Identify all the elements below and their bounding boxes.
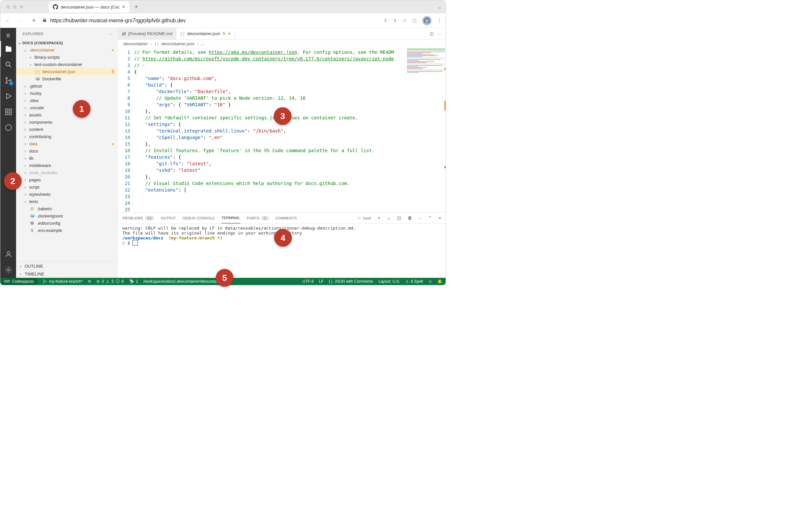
menu-icon[interactable]: ☰: [0, 30, 16, 41]
tree-item-stylesheets[interactable]: ›stylesheets: [16, 191, 117, 198]
split-terminal-icon[interactable]: ◫: [397, 215, 401, 221]
stop-reload-button[interactable]: ✕: [31, 18, 37, 23]
close-tab-icon[interactable]: ×: [122, 4, 125, 10]
minimap[interactable]: [406, 48, 446, 212]
timeline-section[interactable]: ›TIMELINE: [16, 270, 117, 278]
more-icon[interactable]: ···: [110, 32, 113, 36]
tree-item-components[interactable]: ›components: [16, 118, 117, 126]
back-button[interactable]: ←: [4, 18, 11, 23]
browser-tab[interactable]: devcontainer.json — docs [Coc ×: [49, 1, 129, 13]
tab-readme[interactable]: ▤ [Preview] README.md: [118, 28, 176, 39]
ports-indicator[interactable]: 📡 1: [129, 279, 138, 284]
github-icon[interactable]: [0, 120, 16, 135]
more-icon[interactable]: ⋮: [437, 18, 442, 23]
tree-item--babelrc[interactable]: B.babelrc: [16, 205, 117, 212]
problems-tab[interactable]: PROBLEMS 11: [122, 216, 154, 220]
notifications-icon[interactable]: 🔔: [437, 279, 442, 284]
codespaces-button[interactable]: ⟲⟳ Codespaces: [0, 278, 37, 285]
tree-item-contributing[interactable]: ›contributing: [16, 133, 117, 140]
maximize-panel-icon[interactable]: ⌃: [428, 215, 432, 221]
output-tab[interactable]: OUTPUT: [161, 216, 176, 220]
extensions-icon[interactable]: [0, 104, 16, 120]
tree-item--idea[interactable]: ›.idea: [16, 97, 117, 104]
chevron-icon: ›: [23, 127, 27, 132]
split-editor-icon[interactable]: ◫: [429, 31, 434, 36]
branch-indicator[interactable]: my-feature-branch*: [43, 279, 83, 284]
more-icon[interactable]: ···: [438, 31, 442, 36]
tree-item-assets[interactable]: ›assets: [16, 111, 117, 118]
tree-item--husky[interactable]: ›.husky: [16, 90, 117, 97]
tree-item-script[interactable]: ›script: [16, 183, 117, 191]
eol[interactable]: LF: [319, 279, 324, 284]
debug-console-tab[interactable]: DEBUG CONSOLE: [183, 216, 215, 220]
new-terminal-icon[interactable]: +: [378, 215, 380, 221]
tree-item-middleware[interactable]: ›middleware: [16, 162, 117, 169]
tree-item--github[interactable]: ›.github: [16, 82, 117, 90]
share-icon[interactable]: ⇧: [393, 18, 397, 23]
tree-item-lib[interactable]: ›lib: [16, 154, 117, 162]
close-panel-icon[interactable]: ×: [438, 215, 441, 221]
settings-gear-icon[interactable]: [0, 262, 16, 278]
chevron-icon: ›: [28, 62, 33, 67]
breadcrumb-file[interactable]: devcontainer.json: [161, 41, 194, 46]
bookmark-icon[interactable]: ☆: [403, 18, 407, 23]
search-icon[interactable]: [0, 57, 16, 73]
feedback-icon[interactable]: ☺: [428, 279, 432, 284]
chevron-down-icon[interactable]: ⌄: [387, 215, 390, 221]
chevron-down-icon[interactable]: ⌄: [438, 5, 442, 10]
tree-item-docs[interactable]: ›docs: [16, 147, 117, 154]
tree-item-node-modules[interactable]: ›node_modules: [16, 169, 117, 176]
tree-item--editorconfig[interactable]: ⚙.editorconfig: [16, 220, 117, 227]
accounts-icon[interactable]: [0, 246, 16, 262]
code-editor[interactable]: // For format details, see https://aka.m…: [134, 48, 406, 212]
close-icon[interactable]: ×: [228, 31, 231, 36]
tree-item-dockerfile[interactable]: 🐳Dockerfile: [16, 75, 117, 82]
trash-icon[interactable]: 🗑: [408, 215, 412, 221]
source-control-icon[interactable]: 1: [0, 73, 16, 88]
explorer-icon[interactable]: [0, 41, 16, 57]
chevron-icon: ›: [23, 134, 27, 139]
profile-avatar[interactable]: [422, 16, 431, 25]
spell-check[interactable]: ⚠ 6 Spell: [405, 279, 423, 284]
panel-icon[interactable]: ▢: [412, 18, 417, 23]
workspace-header[interactable]: ⌄ DOCS [CODESPACES]: [16, 39, 117, 46]
outline-section[interactable]: ›OUTLINE: [16, 262, 117, 270]
tree-item-pages[interactable]: ›pages: [16, 176, 117, 183]
tree-item-label: .editorconfig: [37, 221, 60, 226]
tree-item-label: Dockerfile: [42, 76, 61, 81]
tree-item--env-example[interactable]: $.env.example: [16, 227, 117, 234]
run-debug-icon[interactable]: [0, 88, 16, 104]
forward-button[interactable]: →: [17, 18, 24, 23]
download-icon[interactable]: ⇩: [384, 18, 387, 23]
terminal-tab[interactable]: TERMINAL: [221, 212, 240, 223]
svg-point-12: [43, 280, 44, 281]
ports-tab[interactable]: PORTS 1: [247, 216, 269, 220]
tree-item-tests[interactable]: ›tests: [16, 198, 117, 205]
breadcrumbs[interactable]: .devcontainer › { } devcontainer.json › …: [118, 40, 446, 48]
tree-item--devcontainer[interactable]: ⌄.devcontainer●: [16, 46, 117, 54]
tree-item-test-custom-devcontainer[interactable]: ›test-custom-devcontainer: [16, 61, 117, 68]
sync-icon[interactable]: ⟳: [88, 279, 91, 284]
breadcrumb-folder[interactable]: .devcontainer: [122, 41, 148, 46]
comments-tab[interactable]: COMMENTS: [275, 216, 297, 220]
tree-item-library-scripts[interactable]: ›library-scripts: [16, 54, 117, 61]
tree-item--dockerignore[interactable]: 🐳.dockerignore: [16, 212, 117, 220]
problems-indicator[interactable]: ⊘ 0 ⚠ 5 ⓘ 6: [96, 279, 123, 284]
tree-item-label: .devcontainer: [29, 48, 55, 53]
tree-item-data[interactable]: ›data●: [16, 140, 117, 147]
tab-devcontainer[interactable]: { } devcontainer.json 5 ×: [176, 28, 234, 39]
shell-picker[interactable]: ▷ bash: [359, 216, 371, 220]
more-icon[interactable]: ···: [418, 215, 422, 221]
new-tab-button[interactable]: +: [132, 2, 141, 12]
ports-count: 1: [261, 216, 269, 220]
tree-item-devcontainer-json[interactable]: { }devcontainer.json5: [16, 68, 117, 75]
minimize-dot[interactable]: [13, 5, 17, 9]
tree-item-content[interactable]: ›content: [16, 126, 117, 133]
maximize-dot[interactable]: [19, 5, 23, 9]
close-dot[interactable]: [6, 5, 10, 9]
encoding[interactable]: UTF-8: [303, 279, 314, 284]
tree-item--vscode[interactable]: ›.vscode: [16, 104, 117, 111]
url-text[interactable]: https://hubwriter-musical-meme-grx7rggrj…: [50, 18, 186, 24]
language-mode[interactable]: { } JSON with Comments: [329, 279, 373, 284]
keyboard-layout[interactable]: Layout: U.S.: [379, 279, 400, 284]
